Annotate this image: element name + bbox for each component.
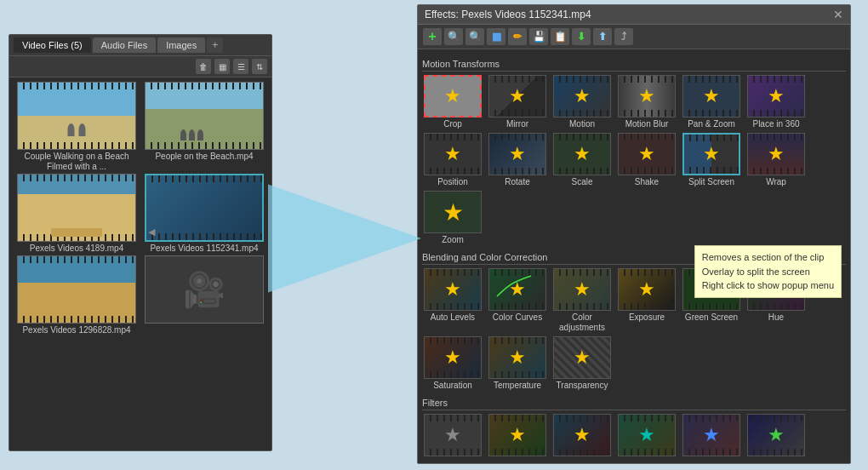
video-item-4[interactable]: ◀ Pexels Videos 1152341.mp4 xyxy=(141,174,267,254)
star-shake: ★ xyxy=(638,143,655,165)
effect-thumb-temperature: ★ xyxy=(488,336,546,379)
effect-label-scale: Scale xyxy=(571,177,592,187)
effect-label-shake: Shake xyxy=(635,177,659,187)
video-item-3[interactable]: Pexels Videos 4189.mp4 xyxy=(14,174,140,254)
effect-transparency[interactable]: ★ Transparency xyxy=(551,336,613,391)
effects-titlebar: Effects: Pexels Videos 1152341.mp4 ✕ xyxy=(418,5,850,25)
effect-label-colorcurves: Color Curves xyxy=(493,312,542,323)
video-label-5: Pexels Videos 1296828.mp4 xyxy=(22,325,130,335)
effect-thumb-motion: ★ xyxy=(553,75,611,118)
tooltip-line2: Overlay to split the screen xyxy=(702,265,834,279)
star-splitscreen: ★ xyxy=(703,143,720,165)
effect-place360[interactable]: ★ Place in 360 xyxy=(745,75,807,129)
effects-save-btn[interactable]: 💾 xyxy=(529,28,548,45)
effect-label-splitscreen: Split Screen xyxy=(688,177,734,187)
effect-autolevels[interactable]: ★ Auto Levels xyxy=(422,268,483,333)
video-item-1[interactable]: Couple Walking on a Beach Filmed with a … xyxy=(14,82,140,172)
star-coloradj: ★ xyxy=(574,278,591,301)
effect-saturation[interactable]: ★ Saturation xyxy=(422,336,483,391)
star-filter3: ★ xyxy=(574,424,591,446)
effects-edit-btn[interactable]: ✏ xyxy=(508,28,527,45)
effect-wrap[interactable]: ★ Wrap xyxy=(745,133,807,187)
effects-download-btn[interactable]: ⬇ xyxy=(572,28,591,45)
tab-audio-files[interactable]: Audio Files xyxy=(93,37,156,53)
section-filters: Filters xyxy=(422,398,846,410)
effect-filter5[interactable]: ★ xyxy=(681,414,742,458)
effects-toolbar: + 🔍 🔍 ▦ ✏ 💾 📋 ⬇ ⬆ ⤴ xyxy=(418,25,850,49)
star-filter2: ★ xyxy=(509,424,526,446)
effect-label-autolevels: Auto Levels xyxy=(431,312,475,323)
effects-share-btn[interactable]: ⤴ xyxy=(614,28,633,45)
effects-add-btn[interactable]: + xyxy=(423,28,442,45)
effect-thumb-exposure: ★ xyxy=(618,268,676,311)
star-transparency: ★ xyxy=(574,347,591,369)
effect-thumb-filter1: ★ xyxy=(424,414,482,456)
toolbar-delete-icon[interactable]: 🗑 xyxy=(196,59,211,74)
effect-thumb-splitscreen: ★ xyxy=(682,133,740,175)
effect-label-exposure: Exposure xyxy=(629,312,665,323)
tooltip-line3: Right click to show popup menu xyxy=(702,278,834,293)
video-thumb-3 xyxy=(17,174,136,242)
effects-copy-btn[interactable]: 📋 xyxy=(551,28,569,45)
effect-thumb-panzoom: ★ xyxy=(682,75,740,118)
effect-crop[interactable]: ★ Crop xyxy=(422,75,483,129)
tooltip-line1: Removes a section of the clip xyxy=(702,250,834,265)
effects-zoom-btn[interactable]: 🔍 xyxy=(465,28,484,45)
effect-thumb-zoom: ★ xyxy=(424,191,482,233)
video-thumb-1 xyxy=(17,82,136,150)
star-panzoom: ★ xyxy=(703,85,720,107)
effect-filter6[interactable]: ★ xyxy=(745,414,807,458)
toolbar-grid-icon[interactable]: ▦ xyxy=(214,59,230,74)
effect-thumb-transparency: ★ xyxy=(553,336,611,379)
effect-zoom[interactable]: ★ Zoom xyxy=(422,191,483,245)
effect-temperature[interactable]: ★ Temperature xyxy=(487,336,548,391)
effects-search-btn[interactable]: 🔍 xyxy=(444,28,463,45)
effect-label-rotate: Rotate xyxy=(505,177,529,187)
video-item-5[interactable]: Pexels Videos 1296828.mp4 xyxy=(14,255,140,335)
filters-grid: ★ ★ ★ ★ xyxy=(422,414,846,458)
effect-label-panzoom: Pan & Zoom xyxy=(688,119,735,129)
effects-body[interactable]: Motion Transforms ★ Crop ★ Mirror xyxy=(418,49,850,463)
effect-colorcurves[interactable]: ★ Color Curves xyxy=(487,268,548,333)
effects-title: Effects: Pexels Videos 1152341.mp4 xyxy=(425,9,591,20)
effect-thumb-coloradj: ★ xyxy=(553,268,611,311)
effect-mirror[interactable]: ★ Mirror xyxy=(487,75,548,129)
effect-label-motionblur: Motion Blur xyxy=(625,119,669,129)
video-thumb-4: ◀ xyxy=(145,174,264,242)
effect-shake[interactable]: ★ Shake xyxy=(616,133,677,187)
star-filter4: ★ xyxy=(638,424,655,446)
effect-filter1[interactable]: ★ xyxy=(422,414,483,458)
effect-label-place360: Place in 360 xyxy=(752,119,799,129)
star-position: ★ xyxy=(444,143,461,165)
effects-view-btn[interactable]: ▦ xyxy=(487,28,505,45)
effect-filter2[interactable]: ★ xyxy=(487,414,548,458)
toolbar-list-icon[interactable]: ☰ xyxy=(233,59,248,74)
tab-images[interactable]: Images xyxy=(157,37,205,53)
effect-splitscreen[interactable]: ★ Split Screen xyxy=(681,133,742,187)
effect-label-motion: Motion xyxy=(569,119,595,129)
effect-filter4[interactable]: ★ xyxy=(616,414,677,458)
effect-motionblur[interactable]: ★ Motion Blur xyxy=(616,75,677,129)
effects-close-button[interactable]: ✕ xyxy=(833,9,843,20)
effect-thumb-saturation: ★ xyxy=(424,336,482,379)
effect-position[interactable]: ★ Position xyxy=(422,133,483,187)
tooltip-box: Removes a section of the clip Overlay to… xyxy=(694,245,842,298)
video-label-1: Couple Walking on a Beach Filmed with a … xyxy=(17,152,136,172)
effect-exposure[interactable]: ★ Exposure xyxy=(616,268,677,333)
effect-panzoom[interactable]: ★ Pan & Zoom xyxy=(681,75,742,129)
star-filter1: ★ xyxy=(444,424,461,446)
effects-upload-btn[interactable]: ⬆ xyxy=(593,28,612,45)
effect-filter3[interactable]: ★ xyxy=(551,414,613,458)
star-saturation: ★ xyxy=(444,347,461,369)
effect-thumb-place360: ★ xyxy=(747,75,805,118)
effect-scale[interactable]: ★ Scale xyxy=(551,133,613,187)
effect-rotate[interactable]: ★ Rotate xyxy=(487,133,548,187)
effect-thumb-scale: ★ xyxy=(553,133,611,175)
effect-coloradj[interactable]: ★ Color adjustments xyxy=(551,268,613,333)
tab-video-files[interactable]: Video Files (5) xyxy=(14,37,91,53)
effect-motion[interactable]: ★ Motion xyxy=(551,75,613,129)
effect-label-position: Position xyxy=(437,177,468,187)
tab-add[interactable]: + xyxy=(207,37,223,53)
toolbar-sort-icon[interactable]: ⇅ xyxy=(252,59,267,74)
video-item-2[interactable]: People on the Beach.mp4 xyxy=(141,82,267,172)
